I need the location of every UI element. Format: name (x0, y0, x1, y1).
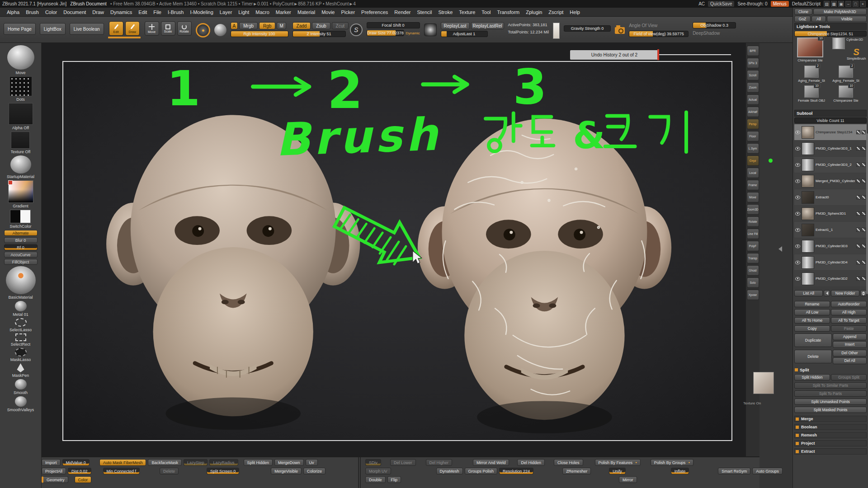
gravity-direction-thumb[interactable] (553, 23, 560, 39)
lightbox-tools-header[interactable]: Lightbox►Tools (794, 23, 867, 30)
bottom-button[interactable]: DynaMesh (436, 468, 463, 474)
bottom-button[interactable]: Resolution 224 (499, 468, 533, 474)
menu-item[interactable]: Stencil (414, 9, 435, 15)
zscript-label[interactable]: DefaultZScript (792, 1, 821, 6)
simplebrush-tool-cell[interactable]: S SimpleBrush (847, 47, 866, 61)
left-shelf-item[interactable]: SelectRect (11, 333, 31, 347)
tool-section-header[interactable]: Remesh (794, 432, 867, 438)
subtool-row[interactable]: Chimpanzee Step1234 (794, 124, 867, 140)
bottom-button[interactable]: Colorize (303, 468, 326, 474)
fov-slider[interactable]: Field of view(deg) 39.59775 (629, 31, 689, 37)
replay-last-rel-button[interactable]: ReplayLastRel (471, 22, 504, 29)
left-shelf-item[interactable]: StartupMaterial (7, 155, 34, 179)
obj-shadow-slider[interactable]: ObjShadow 0.3 (693, 22, 736, 28)
subtool-row[interactable]: PM3D_Cylinder3D3 (794, 238, 867, 254)
left-shelf-item[interactable]: BasicMaterial (6, 266, 36, 300)
tool-section-header[interactable]: Merge (794, 416, 867, 422)
rgb-button[interactable]: Rgb (259, 22, 275, 29)
document-frame[interactable]: 1 2 3 Brush & (62, 61, 732, 441)
bottom-button[interactable]: Auto Groups (752, 468, 783, 474)
all-low-button[interactable]: All Low (794, 309, 830, 315)
bottom-button[interactable]: Double (365, 476, 386, 483)
subtool-header[interactable]: Subtool (794, 110, 867, 117)
home-page-button[interactable]: Home Page (4, 23, 36, 35)
groups-split-button[interactable]: Groups Split (831, 374, 867, 380)
left-shelf-item[interactable]: Smooth (14, 379, 28, 395)
left-shelf-item[interactable]: SelectLasso (9, 318, 32, 332)
subtool-row[interactable]: PM3D_Sphere3D1 (794, 206, 867, 221)
menus-button[interactable]: Menus (771, 1, 789, 7)
bottom-button[interactable]: LazyStep (184, 459, 208, 466)
window-control-icon[interactable]: ▤ (824, 1, 830, 7)
uv-icon[interactable] (862, 277, 866, 281)
tool-thumbnail-cell[interactable]: 10 Chimpanzee Ste (829, 85, 863, 103)
menu-item[interactable]: Alpha (4, 9, 23, 15)
menu-item[interactable]: Document (60, 9, 89, 15)
undo-history-marker[interactable] (657, 49, 659, 60)
right-shelf-button[interactable]: Persp (747, 119, 759, 129)
quicksave-button[interactable]: QuickSave (708, 1, 734, 7)
list-all-button[interactable]: List All (794, 290, 823, 296)
menu-item[interactable]: Tool (478, 9, 494, 15)
bottom-button[interactable]: Groups Polish (465, 468, 498, 474)
m-button[interactable]: M (277, 22, 286, 29)
right-shelf-button[interactable]: Actual (747, 94, 759, 105)
dynamic-toggle[interactable]: Dynamic (406, 31, 420, 35)
visibility-eye-icon[interactable] (795, 244, 800, 248)
live-boolean-button[interactable]: Live Boolean (70, 23, 104, 35)
menu-item[interactable]: Layer (217, 9, 236, 15)
uv-icon[interactable] (862, 179, 866, 183)
active-tool-slider[interactable]: Chimpanzee Step1234. 51 (794, 31, 867, 37)
bottom-button[interactable]: Color (75, 476, 92, 483)
rgb-intensity-slider[interactable]: Rgb Intensity 100 (231, 31, 288, 37)
goz-all-button[interactable]: All (811, 16, 826, 22)
menu-item[interactable]: Macro (252, 9, 273, 15)
subtool-row[interactable]: PM3D_Cylinder3D3_1 (794, 141, 867, 156)
undo-history-bar[interactable]: Undo History 2 out of 2 (570, 50, 659, 60)
split-unmasked-button[interactable]: Split Unmasked Points (794, 399, 867, 405)
current-brush-icon[interactable] (196, 23, 210, 38)
bottom-button[interactable]: ProjectAll (42, 468, 66, 474)
bottom-button[interactable]: Split Screen 0 (207, 468, 239, 474)
alpha-preview-icon[interactable] (424, 23, 437, 36)
duplicate-button[interactable]: Duplicate (794, 333, 832, 347)
menu-item[interactable]: Light (235, 9, 252, 15)
all-to-home-button[interactable]: All To Home (794, 317, 830, 324)
zsub-button[interactable]: Zsub (312, 22, 330, 29)
polypaint-icon[interactable] (856, 260, 860, 264)
menu-item[interactable]: Marker (273, 9, 294, 15)
right-shelf-button[interactable]: Rotate (747, 216, 759, 227)
bottom-button[interactable]: Geometry (42, 476, 68, 483)
bottom-button[interactable]: Del Higher (426, 459, 453, 466)
append-button[interactable]: Append (833, 333, 867, 340)
bottom-button[interactable]: MergeDown (274, 459, 304, 466)
gravity-strength-slider[interactable]: Gravity Strength 0 (564, 25, 611, 32)
left-shelf-item[interactable]: Move (7, 45, 34, 75)
uv-icon[interactable] (862, 163, 866, 167)
uv-icon[interactable] (862, 244, 866, 248)
menu-item[interactable]: Color (42, 9, 60, 15)
visibility-eye-icon[interactable] (795, 277, 800, 281)
left-shelf-item[interactable]: Metal 01 (13, 301, 28, 317)
menu-item[interactable]: Zplugin (523, 9, 545, 15)
polypaint-icon[interactable] (856, 179, 860, 183)
right-shelf-button[interactable]: L.Sym (747, 143, 759, 154)
menu-item[interactable]: File (150, 9, 165, 15)
polypaint-icon[interactable] (856, 146, 860, 150)
menu-item[interactable]: Draw (89, 9, 107, 15)
visibility-eye-icon[interactable] (795, 179, 800, 183)
left-shelf-item[interactable]: Blur 0 (4, 237, 38, 243)
right-shelf-button[interactable]: Zoom (747, 82, 759, 93)
draw-button[interactable]: Draw (125, 21, 140, 36)
left-shelf-item[interactable]: MaskPen (12, 363, 29, 378)
rotate-button[interactable]: Rotate (177, 21, 192, 36)
polypaint-icon[interactable] (856, 228, 860, 232)
bottom-button[interactable]: Polish By Features (595, 459, 641, 466)
prev-folder-button[interactable] (824, 290, 830, 296)
tool-section-header[interactable]: Boolean (794, 424, 867, 430)
left-shelf-item[interactable]: AccuCurve (4, 252, 38, 258)
menu-item[interactable]: Zscript (545, 9, 566, 15)
move-button[interactable]: Move (145, 21, 159, 36)
autoreorder-button[interactable]: AutoReorder (831, 301, 867, 307)
right-shelf-button[interactable]: Frame (747, 180, 759, 190)
